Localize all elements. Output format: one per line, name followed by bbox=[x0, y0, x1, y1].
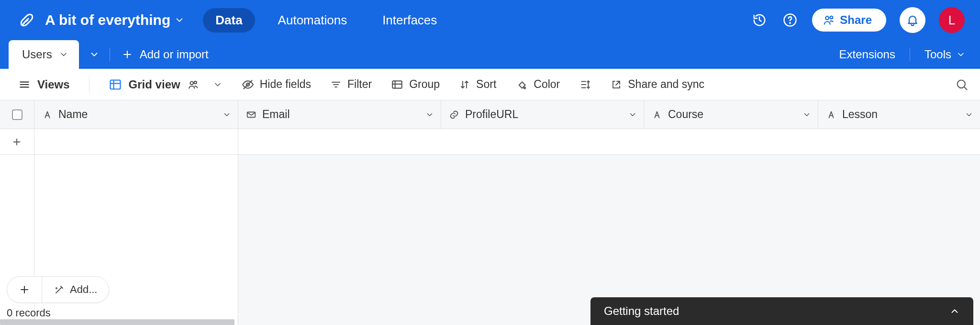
column-header-lesson[interactable]: Lesson bbox=[818, 100, 980, 129]
sort-label: Sort bbox=[476, 78, 496, 91]
text-field-icon bbox=[42, 109, 53, 120]
search-records-button[interactable] bbox=[955, 78, 969, 91]
record-count: 0 records bbox=[7, 307, 51, 319]
views-sidebar-toggle[interactable]: Views bbox=[18, 78, 70, 91]
hide-fields-label: Hide fields bbox=[260, 78, 311, 91]
add-row-button[interactable] bbox=[0, 129, 34, 155]
checkbox-icon bbox=[12, 109, 22, 120]
color-button[interactable]: Color bbox=[515, 78, 560, 91]
chevron-down-icon bbox=[956, 50, 966, 59]
column-header-email[interactable]: Email bbox=[238, 100, 441, 129]
nav-data[interactable]: Data bbox=[203, 8, 255, 32]
sort-button[interactable]: Sort bbox=[459, 78, 496, 91]
extensions-button[interactable]: Extensions bbox=[839, 48, 895, 61]
chevron-up-icon bbox=[949, 306, 960, 316]
divider bbox=[910, 48, 910, 61]
hide-fields-button[interactable]: Hide fields bbox=[242, 78, 311, 91]
svg-point-2 bbox=[826, 16, 829, 20]
column-header-name[interactable]: Name bbox=[34, 100, 238, 129]
add-record-menu-button[interactable]: Add... bbox=[42, 277, 109, 303]
table-tab-label: Users bbox=[22, 48, 52, 61]
base-title[interactable]: A bit of everything bbox=[45, 12, 170, 28]
plus-icon bbox=[11, 137, 22, 147]
row-height-icon bbox=[579, 78, 591, 91]
add-record-pill: Add... bbox=[7, 276, 109, 303]
search-icon bbox=[955, 78, 969, 91]
group-button[interactable]: Group bbox=[391, 78, 440, 91]
notifications-button[interactable] bbox=[900, 7, 925, 33]
svg-line-25 bbox=[616, 81, 620, 85]
text-field-icon bbox=[826, 109, 836, 120]
people-icon bbox=[823, 14, 835, 26]
svg-point-13 bbox=[194, 81, 196, 84]
help-button[interactable] bbox=[781, 11, 799, 29]
filter-label: Filter bbox=[347, 78, 372, 91]
filter-button[interactable]: Filter bbox=[330, 78, 372, 91]
tools-label: Tools bbox=[924, 48, 951, 61]
chevron-down-icon bbox=[213, 80, 223, 89]
row-height-button[interactable] bbox=[579, 78, 591, 91]
grid-rest-body bbox=[238, 129, 980, 325]
external-link-icon bbox=[611, 79, 622, 90]
chevron-down-icon bbox=[802, 110, 811, 119]
link-icon bbox=[449, 109, 459, 120]
collaborators-icon bbox=[187, 78, 200, 91]
add-record-menu-label: Add... bbox=[70, 283, 97, 296]
add-or-import-button[interactable]: Add or import bbox=[110, 40, 220, 69]
select-all-cell[interactable] bbox=[0, 100, 34, 129]
tools-button[interactable]: Tools bbox=[924, 48, 966, 61]
grid-body: Add... 0 records Getting started bbox=[0, 129, 980, 325]
new-row-rest-cells[interactable] bbox=[238, 129, 980, 155]
column-header-label: Name bbox=[58, 108, 88, 121]
history-button[interactable] bbox=[751, 11, 768, 29]
column-header-course[interactable]: Course bbox=[644, 100, 818, 129]
share-button-label: Share bbox=[840, 13, 872, 27]
filter-icon bbox=[330, 79, 342, 90]
svg-point-3 bbox=[830, 16, 833, 19]
help-icon bbox=[783, 13, 797, 27]
add-or-import-label: Add or import bbox=[140, 48, 209, 61]
column-header-label: Course bbox=[668, 108, 703, 121]
add-record-button[interactable] bbox=[7, 277, 42, 303]
nav-automations[interactable]: Automations bbox=[266, 8, 360, 32]
table-tabstrip: Users Add or import Extensions Tools bbox=[0, 40, 980, 69]
menu-icon bbox=[18, 78, 31, 91]
paint-bucket-icon bbox=[515, 78, 528, 91]
horizontal-scrollbar[interactable] bbox=[0, 319, 234, 325]
share-button[interactable]: Share bbox=[812, 9, 886, 32]
chevron-down-icon bbox=[965, 110, 973, 119]
chevron-down-icon bbox=[174, 15, 185, 25]
chevron-down-icon bbox=[628, 110, 637, 119]
nav-interfaces[interactable]: Interfaces bbox=[370, 8, 449, 32]
column-header-profileurl[interactable]: ProfileURL bbox=[441, 100, 644, 129]
app-launch-icon[interactable] bbox=[17, 11, 36, 30]
plus-icon bbox=[122, 49, 133, 60]
base-menu-chevron[interactable] bbox=[174, 15, 185, 25]
bell-icon bbox=[906, 13, 919, 27]
eye-off-icon bbox=[242, 78, 254, 91]
group-icon bbox=[391, 78, 403, 91]
divider bbox=[89, 76, 89, 93]
topbar: A bit of everything Data Automations Int… bbox=[0, 0, 980, 40]
chevron-down-icon bbox=[89, 49, 100, 60]
table-tab-users[interactable]: Users bbox=[9, 40, 79, 69]
grid-header-row: Name Email ProfileURL Course bbox=[0, 100, 980, 129]
email-icon bbox=[246, 109, 256, 120]
tabstrip-right: Extensions Tools bbox=[829, 40, 980, 69]
share-and-sync-button[interactable]: Share and sync bbox=[611, 78, 704, 91]
color-label: Color bbox=[534, 78, 560, 91]
group-label: Group bbox=[409, 78, 440, 91]
views-label: Views bbox=[37, 78, 70, 91]
getting-started-label: Getting started bbox=[604, 304, 679, 318]
extensions-label: Extensions bbox=[839, 48, 895, 61]
chevron-down-icon bbox=[59, 50, 68, 59]
current-view[interactable]: Grid view bbox=[109, 78, 223, 91]
sort-icon bbox=[459, 79, 470, 90]
svg-line-27 bbox=[964, 87, 967, 89]
grid-view-icon bbox=[109, 78, 122, 91]
new-row-primary-cell[interactable] bbox=[34, 129, 238, 155]
user-avatar[interactable]: L bbox=[939, 7, 965, 33]
magic-wand-icon bbox=[54, 284, 65, 295]
table-tabs-overflow[interactable] bbox=[79, 40, 110, 69]
getting-started-panel[interactable]: Getting started bbox=[590, 297, 973, 325]
